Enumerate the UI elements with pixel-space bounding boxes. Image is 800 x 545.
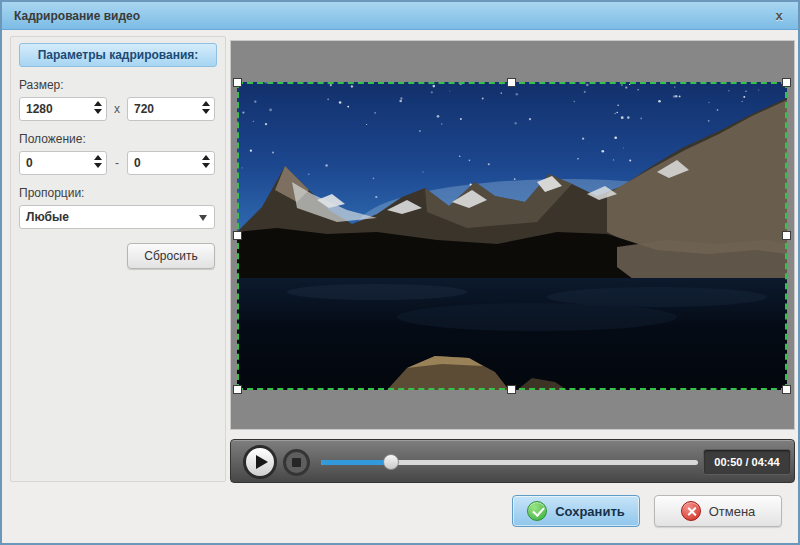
size-row: x: [19, 97, 217, 121]
size-separator: x: [113, 102, 121, 116]
crop-handle-s[interactable]: [507, 385, 516, 394]
pos-x-field-wrap: [19, 151, 107, 175]
seek-thumb[interactable]: [383, 454, 399, 470]
spinner-up-icon[interactable]: [94, 101, 102, 106]
spinner-up-icon[interactable]: [202, 101, 210, 106]
stop-button[interactable]: [283, 449, 310, 476]
crop-parameters-panel: Параметры кадрирования: Размер: x: [10, 36, 226, 482]
reset-button[interactable]: Сбросить: [127, 243, 215, 269]
cancel-button[interactable]: Отмена: [654, 495, 782, 527]
proportions-value: Любые: [26, 206, 69, 228]
video-preview-area: [230, 40, 795, 430]
crop-handle-nw[interactable]: [233, 78, 242, 87]
position-label: Положение:: [19, 132, 217, 146]
width-spinner[interactable]: [93, 101, 103, 114]
height-field-wrap: [127, 97, 215, 121]
pos-x-spinner[interactable]: [93, 155, 103, 168]
spinner-down-icon[interactable]: [202, 109, 210, 114]
cancel-x-icon: [681, 501, 701, 521]
crop-handle-sw[interactable]: [233, 385, 242, 394]
play-icon: [256, 455, 268, 469]
crop-handle-ne[interactable]: [782, 78, 791, 87]
crop-handle-w[interactable]: [233, 231, 242, 240]
stop-icon: [292, 458, 301, 467]
spinner-down-icon[interactable]: [202, 163, 210, 168]
chevron-down-icon: [199, 215, 207, 221]
height-spinner[interactable]: [201, 101, 211, 114]
spinner-down-icon[interactable]: [94, 109, 102, 114]
position-row: -: [19, 151, 217, 175]
proportions-dropdown[interactable]: Любые: [19, 205, 215, 229]
save-button[interactable]: Сохранить: [512, 495, 640, 527]
title-bar: Кадрирование видео x: [2, 2, 798, 30]
crop-handle-n[interactable]: [507, 78, 516, 87]
time-display: 00:50 / 04:44: [703, 449, 791, 475]
crop-video-dialog: Кадрирование видео x Параметры кадрирова…: [0, 0, 800, 545]
width-field-wrap: [19, 97, 107, 121]
proportions-label: Пропорции:: [19, 186, 217, 200]
panel-header: Параметры кадрирования:: [19, 43, 217, 67]
crop-handle-se[interactable]: [782, 385, 791, 394]
spinner-up-icon[interactable]: [94, 155, 102, 160]
pos-y-spinner[interactable]: [201, 155, 211, 168]
seek-progress: [321, 460, 391, 465]
close-icon[interactable]: x: [770, 7, 788, 25]
cancel-button-label: Отмена: [709, 504, 756, 519]
spinner-down-icon[interactable]: [94, 163, 102, 168]
crop-handle-e[interactable]: [782, 231, 791, 240]
size-label: Размер:: [19, 78, 217, 92]
checkmark-icon: [527, 501, 547, 521]
seek-slider[interactable]: [321, 460, 698, 465]
window-title: Кадрирование видео: [14, 2, 140, 30]
save-button-label: Сохранить: [555, 504, 625, 519]
play-button[interactable]: [243, 445, 277, 479]
position-separator: -: [113, 156, 121, 170]
spinner-up-icon[interactable]: [202, 155, 210, 160]
player-bar: 00:50 / 04:44: [230, 439, 795, 483]
pos-y-field-wrap: [127, 151, 215, 175]
crop-selection[interactable]: [237, 82, 787, 390]
